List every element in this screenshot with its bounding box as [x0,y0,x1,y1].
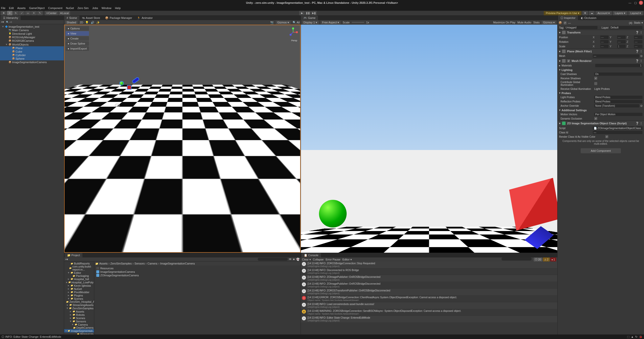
project-tree-item[interactable]: ▸📁Kevin Iglesias [64,284,94,287]
project-search[interactable] [258,258,288,261]
scene-overlay-import-export[interactable]: ●Import/Export [66,46,89,51]
scene-cube-object[interactable] [127,85,131,90]
pivot-local-toggle[interactable]: ⊕Local [59,11,70,15]
breadcrumb-item[interactable]: Assets [99,262,108,265]
pos-z-field[interactable]: — [634,35,642,39]
project-tree-item[interactable]: ▸📁NuGet [64,287,94,290]
transform-component-header[interactable]: ▾ Transform ❔ ⋮ [558,30,644,35]
anchor-override-field[interactable]: None (Transform) [594,104,639,107]
rot-x-field[interactable]: — [600,40,609,44]
cast-shadows-dropdown[interactable]: On [594,72,642,76]
scene-cylinder-object[interactable] [132,77,140,84]
contribute-gi-checkbox[interactable] [594,82,597,85]
project-tree-item[interactable]: ▸📁Assets [64,310,94,313]
reflection-probes-dropdown[interactable]: Blend Probes [594,100,642,103]
anchor-picker-icon[interactable]: ⊙ [640,104,642,107]
scene-light-gizmo[interactable] [105,101,110,106]
game-gizmos-dropdown[interactable]: Gizmos ▾ [542,21,556,24]
console-search[interactable] [501,257,532,260]
menu-component[interactable]: Component [48,7,62,10]
console-log-item[interactable]: ![14:13:48] INFO: Editor State Change: E… [301,316,557,323]
hand-tool[interactable]: ✥ [1,11,7,15]
cloud-icon[interactable]: ☁ [589,11,594,15]
fx-icon[interactable]: ✨ [96,21,100,24]
hierarchy-item[interactable]: 📷Main Camera [0,28,64,32]
console-clear[interactable]: Clear ▾ [302,258,311,261]
transform-tool[interactable]: ✦ [31,11,37,15]
menu-zero-sim[interactable]: Zero Sim [77,7,89,10]
menu-jobs[interactable]: Jobs [92,7,98,10]
hierarchy-item[interactable]: ▾🔷ImageSegmentation_test [0,25,64,28]
menu-window[interactable]: Window [102,7,111,10]
project-tab[interactable]: 📁 Project [65,253,82,258]
console-log-item[interactable]: ⚠[14:13:48] WARNING: ZOROSBridgeConnecti… [301,309,557,316]
status-refresh-icon[interactable]: ↻ [635,335,637,338]
scale-tool[interactable]: ⤢ [19,11,25,15]
game-view[interactable] [301,25,557,253]
console-log-item[interactable]: ![14:13:48] INFO: ZOImagePublisher::OnRO… [301,275,557,282]
hierarchy-item[interactable]: 📦ImageSegmentationCamera [0,60,64,64]
breadcrumb-item[interactable]: ZeroSimSamples [110,262,131,265]
game-tab[interactable]: 🎮 Game [301,16,318,20]
name-field[interactable]: — [568,21,627,24]
console-log-item[interactable]: ![14:13:48] INFO: Load zerosimrobots ass… [301,302,557,309]
breadcrumb-item[interactable]: Sensors [134,262,145,265]
scl-y-field[interactable]: 1 [617,45,626,48]
scene-cloud-gizmo[interactable] [115,104,120,107]
script-component-header[interactable]: ▾ ZO Image Segmentation Object Class (Sc… [558,121,644,126]
warn-count[interactable]: ⚠ 2 [543,257,550,261]
project-tree-item[interactable]: ▾📁Sensors [64,320,94,323]
close-button[interactable]: × [639,1,643,5]
console-log-item[interactable]: ![14:13:48] INFO: ZOImagePublisher::OnRO… [301,282,557,289]
2d-toggle[interactable]: 2D [80,21,83,24]
project-filter-icon[interactable]: 👁 [289,258,292,261]
scene-overlay-create[interactable]: ●Create [66,36,89,41]
hierarchy-item[interactable]: 📦Cylinder [0,53,64,57]
tab-animator[interactable]: 🏃Animator [134,16,155,20]
motion-vectors-dropdown[interactable]: Per Object Motion [594,113,642,116]
scene-overlay-draw-spline[interactable]: ●Draw Spline [66,41,89,46]
play-button[interactable]: ▶ [299,11,305,15]
move-tool[interactable]: ✛ [7,11,13,15]
tab-scene[interactable]: #Scene [64,16,79,20]
active-checkbox[interactable] [564,21,567,24]
pause-button[interactable]: ❚❚ [305,11,311,15]
hierarchy-item[interactable]: 📦ROSRGBCamera [0,39,64,43]
project-asset-item[interactable]: Resources [95,267,300,270]
project-tree-item[interactable]: 📁ZeroSim_Hospital_AGV [64,300,94,303]
maximize-on-play[interactable]: Maximize On Play [493,21,516,24]
display-dropdown[interactable]: Display 1 ▾ [302,21,318,24]
console-editor[interactable]: Editor ▾ [342,258,352,261]
menu-gameobject[interactable]: GameObject [29,7,45,10]
preview-packages-button[interactable]: Preview Packages in Use ▾ [544,11,581,15]
mesh-field[interactable]: — [593,54,639,58]
scene-sphere-object[interactable] [119,81,124,86]
lighting-foldout[interactable]: Lighting [562,68,572,71]
scl-z-field[interactable]: — [634,45,642,48]
additional-settings-foldout[interactable]: Additional Settings [562,109,587,112]
project-asset-item[interactable]: ImageSegmentationCamera [95,270,300,274]
add-component-button[interactable]: Add Component [581,148,621,153]
menu-nuget[interactable]: NuGet [66,7,74,10]
scene-search[interactable]: 🔍 All [293,21,300,24]
audio-icon[interactable]: 🔊 [91,21,94,24]
project-favorite-icon[interactable]: ★ [293,258,295,261]
probes-foldout[interactable]: Probes [562,92,571,95]
status-icon-2[interactable]: ▲ [631,335,634,338]
project-tree-item[interactable]: ▸📁PivotModder [64,290,94,294]
project-tree-item[interactable]: ▸📁Hospital_LowPoly [64,281,94,284]
shading-mode-dropdown[interactable]: Shaded [65,21,78,24]
menu-help[interactable]: Help [115,7,121,10]
hierarchy-add-button[interactable]: +▾ [1,20,4,24]
scl-x-field[interactable]: — [600,45,609,48]
layout-dropdown[interactable]: Layout ▾ [628,11,643,15]
info-count[interactable]: ⓘ 20 [534,257,542,261]
pos-x-field[interactable]: — [600,35,609,39]
scene-overlay-view[interactable]: ●View [66,31,89,36]
project-tree-item[interactable]: 📁Packaging [64,274,94,277]
console-tab[interactable]: 📋 Console [301,253,321,258]
mesh-picker-icon[interactable]: ⊙ [640,54,642,58]
project-asset-item[interactable]: ZOImageSegmentationCamera [95,274,300,277]
project-add-button[interactable]: +▾ [65,258,68,261]
hierarchy-item[interactable]: ▾📦WorldObjects [0,43,64,46]
